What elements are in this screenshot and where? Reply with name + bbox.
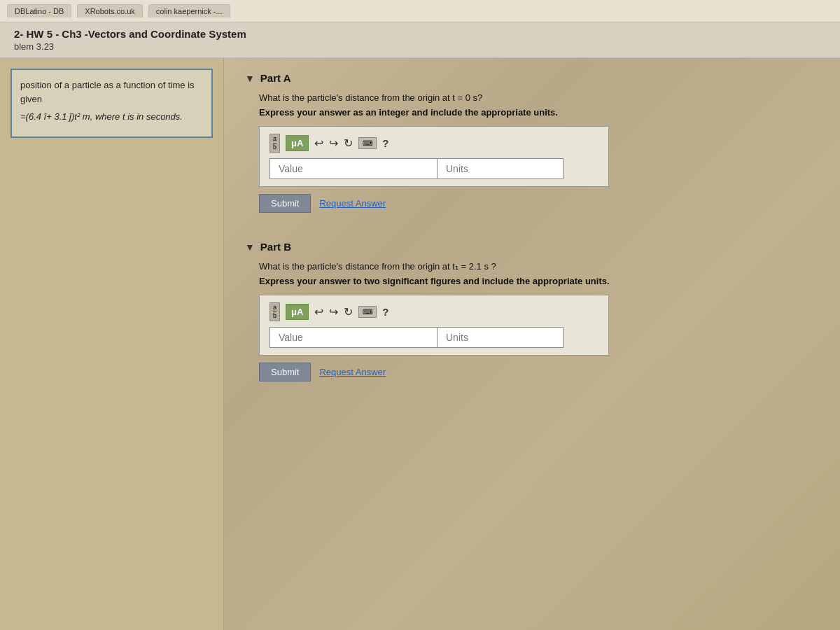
part-b-submit-btn[interactable]: Submit — [259, 363, 311, 382]
part-b-collapse-arrow[interactable]: ▼ — [245, 241, 255, 253]
part-b-undo-btn[interactable]: ↩ — [314, 305, 323, 318]
part-a-fraction-btn[interactable]: a b — [270, 134, 280, 153]
part-a-keyboard-btn[interactable]: ⌨ — [358, 137, 377, 149]
part-b-answer-box: a b μA ↩ ↪ ↻ ⌨ ? — [259, 295, 609, 356]
part-a-input-row — [270, 158, 598, 179]
tab-xrobots[interactable]: XRobots.co.uk — [77, 4, 143, 18]
page-title: 2- HW 5 - Ch3 -Vectors and Coordinate Sy… — [14, 28, 826, 40]
browser-tabs: DBLatino - DB XRobots.co.uk colin kaeper… — [7, 4, 230, 18]
part-a-submit-btn[interactable]: Submit — [259, 194, 311, 213]
part-b-instruction: Express your answer to two significant f… — [259, 276, 819, 286]
problem-label: blem 3.23 — [14, 41, 826, 52]
page-header: 2- HW 5 - Ch3 -Vectors and Coordinate Sy… — [0, 22, 840, 58]
part-a-header: ▼ Part A — [245, 72, 819, 84]
main-layout: position of a particle as a function of … — [0, 58, 840, 630]
problem-formula: =(6.4 î+ 3.1 ĵ)t² m, where t is in secon… — [20, 110, 203, 124]
part-b-help-btn[interactable]: ? — [382, 306, 388, 318]
part-a-units-input[interactable] — [438, 158, 564, 179]
part-b-redo-btn[interactable]: ↪ — [329, 305, 338, 318]
part-b-refresh-btn[interactable]: ↻ — [344, 305, 353, 318]
browser-bar: DBLatino - DB XRobots.co.uk colin kaeper… — [0, 0, 840, 22]
fraction-icon: a b — [273, 136, 276, 150]
part-a-redo-btn[interactable]: ↪ — [329, 136, 338, 150]
part-a-mu-btn[interactable]: μA — [286, 135, 309, 151]
part-b-units-input[interactable] — [438, 327, 564, 348]
part-a-help-btn[interactable]: ? — [382, 137, 388, 149]
part-b-buttons-row: Submit Request Answer — [259, 363, 819, 382]
part-a-section: ▼ Part A What is the particle's distance… — [245, 72, 819, 213]
part-b-request-answer-btn[interactable]: Request Answer — [319, 363, 386, 382]
part-b-title: Part B — [260, 241, 291, 253]
part-a-answer-box: a b μA ↩ ↪ ↻ ⌨ ? — [259, 126, 609, 187]
part-a-title: Part A — [260, 72, 291, 84]
part-b-mu-btn[interactable]: μA — [286, 304, 309, 320]
problem-text-1: position of a particle as a function of … — [20, 78, 203, 106]
part-b-header: ▼ Part B — [245, 241, 819, 253]
problem-statement: position of a particle as a function of … — [10, 69, 213, 138]
part-a-value-input[interactable] — [270, 158, 438, 179]
part-b-section: ▼ Part B What is the particle's distance… — [245, 241, 819, 382]
part-a-question: What is the particle's distance from the… — [259, 92, 819, 103]
tab-dblatino[interactable]: DBLatino - DB — [7, 4, 71, 18]
part-b-question: What is the particle's distance from the… — [259, 261, 819, 272]
part-a-collapse-arrow[interactable]: ▼ — [245, 73, 255, 84]
content-area: ▼ Part A What is the particle's distance… — [224, 58, 840, 630]
part-a-undo-btn[interactable]: ↩ — [314, 136, 323, 150]
part-a-instruction: Express your answer as an integer and in… — [259, 107, 819, 118]
part-b-keyboard-btn[interactable]: ⌨ — [358, 306, 377, 318]
part-a-buttons-row: Submit Request Answer — [259, 194, 819, 213]
sidebar: position of a particle as a function of … — [0, 58, 224, 630]
part-b-input-row — [270, 327, 598, 348]
part-a-refresh-btn[interactable]: ↻ — [344, 136, 353, 150]
part-a-request-answer-btn[interactable]: Request Answer — [319, 194, 386, 213]
part-a-toolbar: a b μA ↩ ↪ ↻ ⌨ ? — [270, 134, 598, 153]
tab-colin[interactable]: colin kaepernick -... — [148, 4, 230, 18]
fraction-icon-b: a b — [273, 304, 276, 319]
part-b-toolbar: a b μA ↩ ↪ ↻ ⌨ ? — [270, 302, 598, 321]
part-b-value-input[interactable] — [270, 327, 438, 348]
part-b-fraction-btn[interactable]: a b — [270, 302, 280, 321]
